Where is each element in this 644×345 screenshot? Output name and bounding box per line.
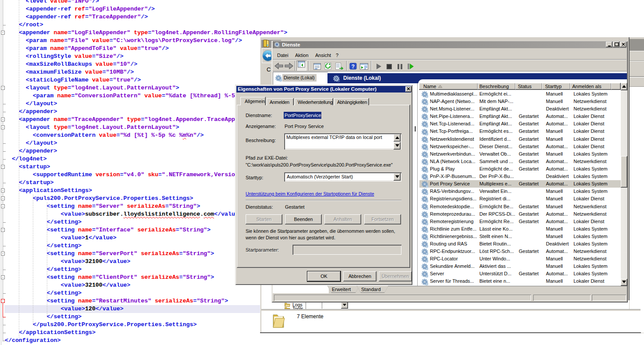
svg-text:?: ?: [352, 64, 355, 70]
